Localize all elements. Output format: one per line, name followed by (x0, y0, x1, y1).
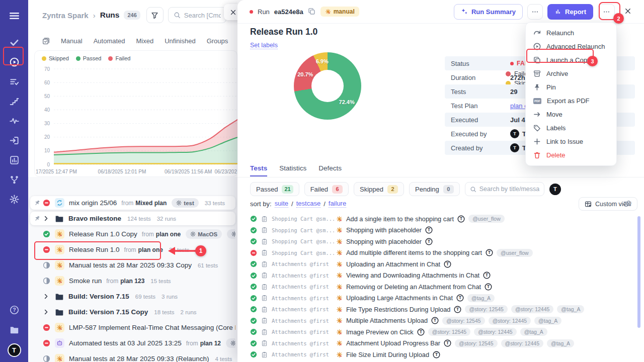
sidebar-item-activity[interactable] (4, 111, 24, 131)
run-summary-button[interactable]: Run Summary (454, 4, 523, 20)
filter-failed[interactable]: Failed6 (304, 182, 349, 196)
test-row[interactable]: Attachments @firstRemoving or Deleting a… (250, 282, 644, 291)
runs-tab-manual[interactable]: Manual (61, 37, 83, 45)
tab-statistics[interactable]: Statistics (279, 164, 306, 176)
menu-item-archive[interactable]: Archive (526, 67, 616, 80)
menu-item-label: Relaunch (546, 29, 574, 37)
view-settings-button[interactable] (623, 199, 632, 208)
plan-name[interactable]: plan one (138, 246, 163, 253)
run-list-item[interactable]: Manual tests at 28 Mar 2025 09:33 Copy61… (30, 258, 235, 272)
tab-defects[interactable]: Defects (318, 164, 342, 176)
sidebar-item-menu[interactable] (4, 6, 24, 26)
test-row[interactable]: Attachments @firstViewing and Downloadin… (250, 271, 644, 280)
plan-name[interactable]: plan 12 (200, 340, 221, 347)
runs-tab-mixed[interactable]: Mixed (136, 37, 154, 45)
run-more-actions-button[interactable] (598, 4, 615, 20)
menu-item-link-to-issue[interactable]: Link to Issue (526, 135, 616, 148)
test-row[interactable]: Shopping Cart @sm...Shopping with placeh… (250, 226, 644, 235)
sidebar-item-sign-in[interactable] (4, 131, 24, 150)
test-row[interactable]: Attachments @firstImage Preview on Click… (250, 327, 644, 336)
run-list-item[interactable]: Build: Version 7.1569 tests3 runs (30, 290, 235, 303)
sidebar-item-steps[interactable] (4, 92, 24, 111)
run-list-item[interactable]: Manual tests at 28 Mar 2025 09:33 (Relau… (30, 352, 235, 362)
filter-passed[interactable]: Passed21 (250, 182, 299, 196)
test-row[interactable]: Shopping Cart @sm...Add a single item to… (250, 214, 644, 223)
runs-tab-automated[interactable]: Automated (94, 37, 125, 45)
filter-skipped[interactable]: Skipped2 (354, 182, 404, 196)
sort-by-failure[interactable]: failure (329, 200, 346, 208)
breadcrumb-project[interactable]: Zyntra Spark (42, 11, 89, 20)
tests-search-input[interactable] (479, 186, 539, 193)
menu-item-relaunch[interactable]: Relaunch (526, 26, 616, 40)
sidebar-item-bar-chart[interactable] (4, 150, 24, 170)
sidebar-item-gear[interactable] (4, 190, 24, 209)
runs-panel-close-button[interactable] (224, 4, 237, 20)
run-list-item[interactable]: mix origin 25/06fromMixed plantest33 tes… (30, 196, 235, 210)
menu-item-delete[interactable]: Delete (526, 148, 616, 162)
sidebar-item-folder-big[interactable] (4, 320, 24, 339)
run-list-item[interactable]: Smoke runfromplan 12315 tests (30, 274, 235, 288)
set-labels-link[interactable]: Set labels (250, 42, 278, 49)
run-list-item[interactable]: Release Run 1.0fromplan one29 tests (30, 243, 235, 256)
runs-search-input[interactable] (184, 12, 221, 19)
sort-by-suite[interactable]: suite (275, 200, 288, 208)
sort-by-testcase[interactable]: testcase (296, 200, 320, 208)
sidebar-top-icons (4, 6, 24, 209)
runs-tab-groups[interactable]: Groups (207, 37, 228, 45)
sidebar-item-check[interactable] (4, 33, 24, 52)
run-list-item[interactable]: Build: Version 7.15 Copy18 tests2 runs (30, 305, 235, 319)
menu-item-labels[interactable]: Labels (526, 121, 616, 135)
menu-item-move[interactable]: Move (526, 108, 616, 121)
plan-name[interactable]: plan 123 (120, 278, 144, 285)
sidebar-item-help[interactable]: ? (4, 300, 24, 320)
sliders-icon (623, 199, 632, 208)
test-title: Viewing and Downloading Attachments in C… (346, 272, 479, 279)
run-list-item[interactable]: LMP-587 Implement Real-Time Chat Messagi… (30, 321, 235, 334)
report-button[interactable]: Report (547, 4, 593, 20)
menu-item-pin[interactable]: Pin (526, 80, 616, 94)
sort-prefix: sort by: (250, 200, 272, 208)
sidebar-item-list-check[interactable] (4, 72, 24, 92)
menu-item-export-as-pdf[interactable]: PDFExport as PDF (526, 94, 616, 108)
test-suite: Shopping Cart @sm... (272, 227, 334, 233)
plan-name[interactable]: plan one (156, 231, 181, 238)
run-meta: 69 tests (135, 294, 155, 300)
manual-badge-label: manual (334, 8, 355, 15)
info-label: Created by (451, 144, 510, 152)
test-tag: @story: 12545 (455, 339, 497, 347)
svg-text:30: 30 (44, 121, 50, 126)
spark-manual-icon (336, 329, 343, 335)
filter-pending[interactable]: Pending0 (409, 182, 460, 196)
test-row[interactable]: Attachments @firstFile Type Restrictions… (250, 305, 644, 314)
gear-icon (231, 231, 235, 237)
run-detail-close-button[interactable] (623, 7, 633, 17)
test-row[interactable]: Shopping Cart @sm...Add multiple differe… (250, 248, 644, 257)
runs-tab-unfinished[interactable]: Unfinished (165, 37, 195, 45)
plan-name[interactable]: Mixed plan (135, 200, 167, 207)
run-summary-more-button[interactable] (527, 4, 543, 20)
clipboard-icon (261, 261, 268, 267)
test-row[interactable]: Attachments @firstUploading an Attachmen… (250, 259, 644, 268)
scrollbar-thumb[interactable] (637, 216, 640, 328)
test-row[interactable]: Attachments @firstUploading Large Attach… (250, 294, 644, 303)
filter-button[interactable] (146, 7, 164, 23)
test-row[interactable]: Attachments @firstMultiple Attachments U… (250, 316, 644, 325)
run-list-item[interactable]: Release Run 1.0 Copyfromplan oneMacOSdev… (30, 227, 235, 241)
run-list-item[interactable]: Automated tests at 03 Jul 2025 13:25from… (30, 336, 235, 350)
select-all-icon (42, 37, 50, 45)
test-row[interactable]: Shopping Cart @sm...Shopping with placeh… (250, 237, 644, 246)
user-avatar[interactable]: T (549, 184, 561, 195)
check-circle-icon (250, 260, 257, 267)
workspace-logo[interactable]: T (8, 343, 21, 357)
archive-icon (533, 70, 541, 77)
sidebar-item-play-circle[interactable] (4, 52, 24, 72)
tab-tests[interactable]: Tests (250, 164, 267, 176)
test-row[interactable]: Attachments @firstAttachment Upload Prog… (250, 339, 644, 348)
copy-run-id-button[interactable] (308, 8, 316, 16)
sidebar-item-branch[interactable] (4, 170, 24, 190)
menu-item-launch-a-copy[interactable]: Launch a Copy (526, 53, 616, 67)
sign-in-icon (10, 136, 19, 145)
menu-item-advanced-relaunch[interactable]: Advanced Relaunch (526, 40, 616, 53)
test-row[interactable]: Attachments @firstFile Size Limit During… (250, 350, 644, 359)
run-list-item[interactable]: Bravo milestone124 tests32 runs (30, 212, 235, 225)
